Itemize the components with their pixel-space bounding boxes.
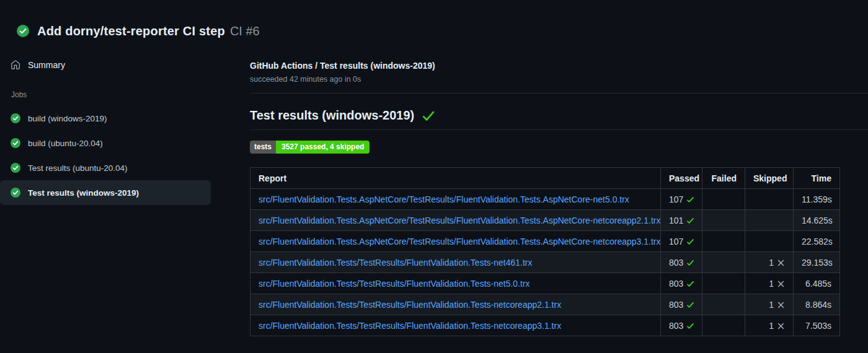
failed-cell	[702, 294, 745, 315]
report-link[interactable]: src/FluentValidation.Tests/TestResults/F…	[259, 258, 532, 268]
sidebar-job-label: build (windows-2019)	[28, 114, 107, 123]
skipped-cell	[745, 231, 794, 252]
table-row: src/FluentValidation.Tests/TestResults/F…	[250, 315, 840, 336]
check-icon	[686, 259, 694, 267]
check-icon	[422, 109, 435, 123]
run-title: Add dorny/test-reporter CI step	[37, 24, 225, 38]
divider	[250, 129, 868, 130]
main-panel: GitHub Actions / Test results (windows-2…	[242, 43, 868, 336]
sidebar-job-item[interactable]: Test results (ubuntu-20.04)	[0, 155, 211, 180]
check-name: GitHub Actions / Test results (windows-2…	[250, 61, 868, 71]
time-cell: 7.503s	[794, 315, 840, 336]
table-row: src/FluentValidation.Tests.AspNetCore/Te…	[250, 189, 840, 210]
sidebar-item-summary[interactable]: Summary	[0, 54, 242, 76]
column-header-report: Report	[250, 168, 661, 189]
table-row: src/FluentValidation.Tests/TestResults/F…	[250, 252, 840, 273]
section-title: Test results (windows-2019)	[250, 108, 414, 123]
check-icon	[686, 322, 694, 330]
passed-cell: 107	[661, 189, 702, 210]
time-cell: 29.153s	[794, 252, 840, 273]
failed-cell	[702, 231, 745, 252]
check-circle-icon	[11, 188, 20, 198]
column-header-passed: Passed	[661, 168, 702, 189]
passed-cell: 101	[661, 210, 702, 231]
skipped-cell	[745, 210, 794, 231]
passed-cell: 107	[661, 231, 702, 252]
test-results-table: Report Passed Failed Skipped Time src/Fl…	[250, 167, 840, 336]
column-header-skipped: Skipped	[745, 168, 794, 189]
passed-cell: 803	[661, 294, 702, 315]
report-link[interactable]: src/FluentValidation.Tests.AspNetCore/Te…	[259, 216, 660, 225]
time-cell: 11.359s	[794, 189, 840, 210]
table-row: src/FluentValidation.Tests.AspNetCore/Te…	[250, 231, 840, 252]
failed-cell	[702, 273, 745, 294]
check-icon	[686, 280, 694, 288]
skipped-cell: 1	[745, 273, 794, 294]
skipped-cell: 1	[745, 315, 794, 336]
x-icon	[777, 259, 785, 267]
skipped-cell: 1	[745, 252, 794, 273]
report-cell: src/FluentValidation.Tests.AspNetCore/Te…	[250, 231, 661, 252]
table-row: src/FluentValidation.Tests.AspNetCore/Te…	[250, 210, 840, 231]
sidebar-job-label: Test results (windows-2019)	[28, 188, 139, 198]
x-icon	[777, 280, 785, 288]
report-link[interactable]: src/FluentValidation.Tests/TestResults/F…	[259, 321, 561, 331]
sidebar-job-label: Test results (ubuntu-20.04)	[28, 163, 128, 173]
section-title-row: Test results (windows-2019)	[250, 108, 868, 123]
table-row: src/FluentValidation.Tests/TestResults/F…	[250, 273, 840, 294]
table-header-row: Report Passed Failed Skipped Time	[250, 168, 840, 189]
check-header: GitHub Actions / Test results (windows-2…	[250, 61, 868, 84]
sidebar: Summary Jobs build (windows-2019) build …	[0, 43, 242, 205]
time-cell: 22.582s	[794, 231, 840, 252]
skipped-cell	[745, 189, 794, 210]
sidebar-summary-label: Summary	[28, 60, 65, 70]
divider	[250, 93, 868, 94]
passed-cell: 803	[661, 252, 702, 273]
check-circle-icon	[11, 163, 20, 173]
sidebar-job-label: build (ubuntu-20.04)	[28, 139, 103, 148]
report-link[interactable]: src/FluentValidation.Tests/TestResults/F…	[259, 300, 561, 310]
check-status-line: succeeded 42 minutes ago in 0s	[250, 75, 868, 84]
check-icon	[686, 217, 694, 225]
table-row: src/FluentValidation.Tests/TestResults/F…	[250, 294, 840, 315]
time-cell: 14.625s	[794, 210, 840, 231]
check-icon	[686, 196, 694, 204]
check-icon	[686, 238, 694, 246]
report-link[interactable]: src/FluentValidation.Tests/TestResults/F…	[259, 279, 530, 289]
check-icon	[686, 301, 694, 309]
report-cell: src/FluentValidation.Tests/TestResults/F…	[250, 252, 661, 273]
skipped-cell: 1	[745, 294, 794, 315]
column-header-time: Time	[794, 168, 840, 189]
time-cell: 6.485s	[794, 273, 840, 294]
report-cell: src/FluentValidation.Tests/TestResults/F…	[250, 294, 661, 315]
report-cell: src/FluentValidation.Tests.AspNetCore/Te…	[250, 189, 661, 210]
column-header-failed: Failed	[702, 168, 745, 189]
sidebar-job-item[interactable]: build (windows-2019)	[0, 106, 211, 131]
run-number: CI #6	[230, 24, 260, 38]
home-icon	[11, 60, 20, 70]
report-cell: src/FluentValidation.Tests/TestResults/F…	[250, 315, 661, 336]
run-header: Add dorny/test-reporter CI step CI #6	[0, 0, 868, 43]
passed-cell: 803	[661, 273, 702, 294]
tests-badge-value: 3527 passed, 4 skipped	[276, 141, 370, 154]
failed-cell	[702, 315, 745, 336]
report-cell: src/FluentValidation.Tests.AspNetCore/Te…	[250, 210, 661, 231]
x-icon	[777, 322, 785, 330]
failed-cell	[702, 252, 745, 273]
tests-badge: tests 3527 passed, 4 skipped	[250, 141, 370, 154]
sidebar-job-item[interactable]: Test results (windows-2019)	[0, 180, 211, 205]
sidebar-jobs-heading: Jobs	[11, 90, 242, 99]
check-circle-icon	[17, 25, 29, 37]
tests-badge-label: tests	[250, 141, 276, 154]
sidebar-job-item[interactable]: build (ubuntu-20.04)	[0, 131, 211, 155]
report-cell: src/FluentValidation.Tests/TestResults/F…	[250, 273, 661, 294]
sidebar-jobs: build (windows-2019) build (ubuntu-20.04…	[0, 106, 242, 205]
passed-cell: 803	[661, 315, 702, 336]
content: Summary Jobs build (windows-2019) build …	[0, 43, 868, 336]
check-circle-icon	[11, 138, 20, 148]
report-link[interactable]: src/FluentValidation.Tests.AspNetCore/Te…	[259, 194, 629, 204]
check-circle-icon	[11, 113, 20, 123]
failed-cell	[702, 210, 745, 231]
report-link[interactable]: src/FluentValidation.Tests.AspNetCore/Te…	[259, 237, 660, 246]
x-icon	[777, 301, 785, 309]
